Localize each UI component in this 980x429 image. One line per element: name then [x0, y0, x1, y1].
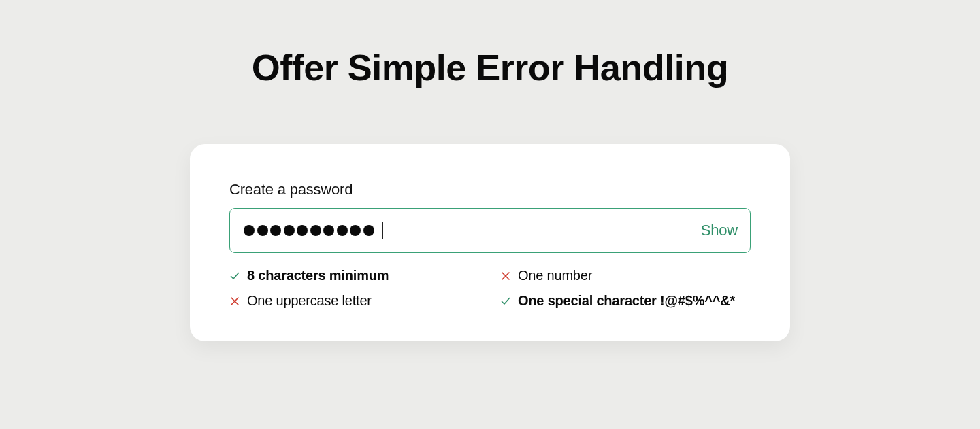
password-rules: 8 characters minimumOne numberOne upperc… [229, 268, 751, 309]
mask-dot [350, 225, 361, 236]
x-icon [229, 296, 240, 307]
page-title: Offer Simple Error Handling [252, 46, 729, 88]
mask-dot [337, 225, 348, 236]
password-label: Create a password [229, 181, 751, 199]
show-password-button[interactable]: Show [701, 222, 738, 239]
x-icon [500, 271, 511, 281]
check-icon [229, 271, 240, 281]
rule-text: 8 characters minimum [247, 268, 389, 284]
password-rule: 8 characters minimum [229, 268, 480, 284]
mask-dot [323, 225, 334, 236]
check-icon [500, 296, 511, 307]
rule-text: One special character !@#$%^^&* [518, 293, 735, 309]
password-rule: One number [500, 268, 751, 284]
mask-dot [257, 225, 268, 236]
mask-dot [270, 225, 281, 236]
password-rule: One special character !@#$%^^&* [500, 293, 751, 309]
password-input[interactable]: Show [229, 208, 751, 253]
rule-text: One number [518, 268, 592, 284]
mask-dot [363, 225, 374, 236]
rule-text: One uppercase letter [247, 293, 372, 309]
mask-dot [244, 225, 255, 236]
mask-dot [284, 225, 295, 236]
password-mask [244, 225, 374, 236]
text-cursor [382, 222, 384, 239]
password-rule: One uppercase letter [229, 293, 480, 309]
mask-dot [297, 225, 308, 236]
password-card: Create a password Show 8 characters mini… [190, 144, 790, 341]
mask-dot [310, 225, 321, 236]
